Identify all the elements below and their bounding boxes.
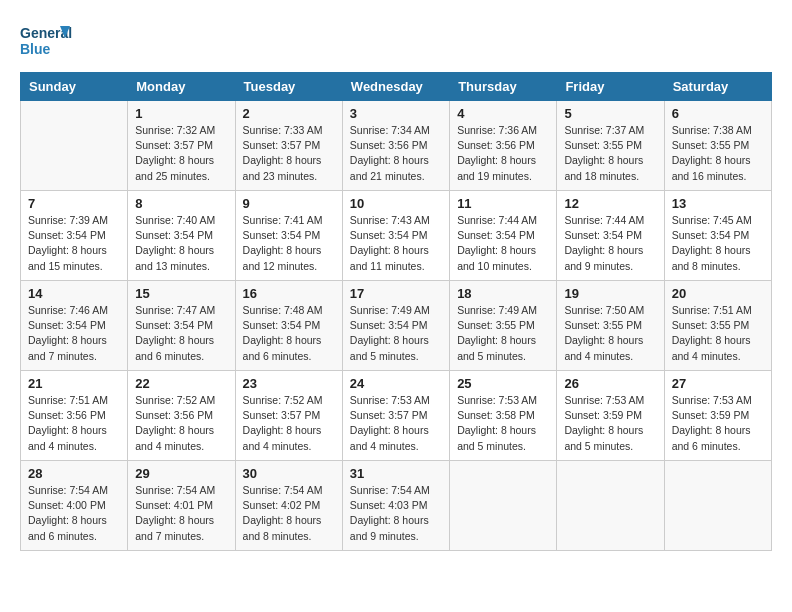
day-number: 8 — [135, 196, 227, 211]
day-info: Sunrise: 7:34 AM Sunset: 3:56 PM Dayligh… — [350, 123, 442, 184]
calendar-cell: 27Sunrise: 7:53 AM Sunset: 3:59 PM Dayli… — [664, 371, 771, 461]
day-number: 5 — [564, 106, 656, 121]
day-number: 6 — [672, 106, 764, 121]
day-info: Sunrise: 7:53 AM Sunset: 3:57 PM Dayligh… — [350, 393, 442, 454]
day-info: Sunrise: 7:53 AM Sunset: 3:58 PM Dayligh… — [457, 393, 549, 454]
calendar-cell: 16Sunrise: 7:48 AM Sunset: 3:54 PM Dayli… — [235, 281, 342, 371]
day-number: 19 — [564, 286, 656, 301]
day-number: 21 — [28, 376, 120, 391]
logo-svg: GeneralBlue — [20, 20, 72, 62]
day-number: 12 — [564, 196, 656, 211]
day-info: Sunrise: 7:38 AM Sunset: 3:55 PM Dayligh… — [672, 123, 764, 184]
day-of-week-header: Friday — [557, 73, 664, 101]
day-info: Sunrise: 7:37 AM Sunset: 3:55 PM Dayligh… — [564, 123, 656, 184]
day-number: 22 — [135, 376, 227, 391]
calendar-cell: 5Sunrise: 7:37 AM Sunset: 3:55 PM Daylig… — [557, 101, 664, 191]
page-header: GeneralBlue — [20, 20, 772, 62]
calendar-cell: 14Sunrise: 7:46 AM Sunset: 3:54 PM Dayli… — [21, 281, 128, 371]
day-number: 9 — [243, 196, 335, 211]
day-info: Sunrise: 7:33 AM Sunset: 3:57 PM Dayligh… — [243, 123, 335, 184]
calendar-cell — [557, 461, 664, 551]
day-info: Sunrise: 7:43 AM Sunset: 3:54 PM Dayligh… — [350, 213, 442, 274]
calendar-cell — [664, 461, 771, 551]
calendar-cell: 9Sunrise: 7:41 AM Sunset: 3:54 PM Daylig… — [235, 191, 342, 281]
day-info: Sunrise: 7:44 AM Sunset: 3:54 PM Dayligh… — [457, 213, 549, 274]
calendar-cell: 4Sunrise: 7:36 AM Sunset: 3:56 PM Daylig… — [450, 101, 557, 191]
calendar-week-row: 7Sunrise: 7:39 AM Sunset: 3:54 PM Daylig… — [21, 191, 772, 281]
day-of-week-header: Monday — [128, 73, 235, 101]
day-of-week-header: Saturday — [664, 73, 771, 101]
day-info: Sunrise: 7:44 AM Sunset: 3:54 PM Dayligh… — [564, 213, 656, 274]
day-number: 14 — [28, 286, 120, 301]
calendar-cell: 17Sunrise: 7:49 AM Sunset: 3:54 PM Dayli… — [342, 281, 449, 371]
day-of-week-header: Sunday — [21, 73, 128, 101]
day-info: Sunrise: 7:50 AM Sunset: 3:55 PM Dayligh… — [564, 303, 656, 364]
calendar-week-row: 1Sunrise: 7:32 AM Sunset: 3:57 PM Daylig… — [21, 101, 772, 191]
day-number: 1 — [135, 106, 227, 121]
calendar-cell: 29Sunrise: 7:54 AM Sunset: 4:01 PM Dayli… — [128, 461, 235, 551]
day-info: Sunrise: 7:54 AM Sunset: 4:00 PM Dayligh… — [28, 483, 120, 544]
calendar-cell: 2Sunrise: 7:33 AM Sunset: 3:57 PM Daylig… — [235, 101, 342, 191]
calendar-cell: 28Sunrise: 7:54 AM Sunset: 4:00 PM Dayli… — [21, 461, 128, 551]
calendar-cell: 21Sunrise: 7:51 AM Sunset: 3:56 PM Dayli… — [21, 371, 128, 461]
day-number: 18 — [457, 286, 549, 301]
day-number: 16 — [243, 286, 335, 301]
day-number: 15 — [135, 286, 227, 301]
day-info: Sunrise: 7:41 AM Sunset: 3:54 PM Dayligh… — [243, 213, 335, 274]
calendar-cell: 11Sunrise: 7:44 AM Sunset: 3:54 PM Dayli… — [450, 191, 557, 281]
calendar-cell: 1Sunrise: 7:32 AM Sunset: 3:57 PM Daylig… — [128, 101, 235, 191]
day-info: Sunrise: 7:54 AM Sunset: 4:01 PM Dayligh… — [135, 483, 227, 544]
calendar-cell: 13Sunrise: 7:45 AM Sunset: 3:54 PM Dayli… — [664, 191, 771, 281]
day-number: 2 — [243, 106, 335, 121]
day-info: Sunrise: 7:53 AM Sunset: 3:59 PM Dayligh… — [672, 393, 764, 454]
day-number: 28 — [28, 466, 120, 481]
day-info: Sunrise: 7:51 AM Sunset: 3:55 PM Dayligh… — [672, 303, 764, 364]
calendar-week-row: 21Sunrise: 7:51 AM Sunset: 3:56 PM Dayli… — [21, 371, 772, 461]
day-number: 30 — [243, 466, 335, 481]
logo: GeneralBlue — [20, 20, 72, 62]
day-number: 24 — [350, 376, 442, 391]
calendar-cell: 7Sunrise: 7:39 AM Sunset: 3:54 PM Daylig… — [21, 191, 128, 281]
day-number: 26 — [564, 376, 656, 391]
day-of-week-header: Thursday — [450, 73, 557, 101]
day-number: 11 — [457, 196, 549, 211]
day-info: Sunrise: 7:32 AM Sunset: 3:57 PM Dayligh… — [135, 123, 227, 184]
day-number: 7 — [28, 196, 120, 211]
day-info: Sunrise: 7:52 AM Sunset: 3:57 PM Dayligh… — [243, 393, 335, 454]
day-number: 20 — [672, 286, 764, 301]
day-number: 23 — [243, 376, 335, 391]
calendar-cell: 10Sunrise: 7:43 AM Sunset: 3:54 PM Dayli… — [342, 191, 449, 281]
day-number: 4 — [457, 106, 549, 121]
day-info: Sunrise: 7:48 AM Sunset: 3:54 PM Dayligh… — [243, 303, 335, 364]
day-number: 17 — [350, 286, 442, 301]
day-of-week-header: Wednesday — [342, 73, 449, 101]
calendar-cell — [450, 461, 557, 551]
day-info: Sunrise: 7:45 AM Sunset: 3:54 PM Dayligh… — [672, 213, 764, 274]
day-info: Sunrise: 7:49 AM Sunset: 3:54 PM Dayligh… — [350, 303, 442, 364]
calendar-cell: 26Sunrise: 7:53 AM Sunset: 3:59 PM Dayli… — [557, 371, 664, 461]
day-number: 27 — [672, 376, 764, 391]
day-info: Sunrise: 7:54 AM Sunset: 4:03 PM Dayligh… — [350, 483, 442, 544]
calendar-cell: 18Sunrise: 7:49 AM Sunset: 3:55 PM Dayli… — [450, 281, 557, 371]
day-info: Sunrise: 7:46 AM Sunset: 3:54 PM Dayligh… — [28, 303, 120, 364]
day-info: Sunrise: 7:36 AM Sunset: 3:56 PM Dayligh… — [457, 123, 549, 184]
calendar-cell: 23Sunrise: 7:52 AM Sunset: 3:57 PM Dayli… — [235, 371, 342, 461]
day-number: 10 — [350, 196, 442, 211]
day-info: Sunrise: 7:47 AM Sunset: 3:54 PM Dayligh… — [135, 303, 227, 364]
day-info: Sunrise: 7:54 AM Sunset: 4:02 PM Dayligh… — [243, 483, 335, 544]
calendar-cell — [21, 101, 128, 191]
day-info: Sunrise: 7:52 AM Sunset: 3:56 PM Dayligh… — [135, 393, 227, 454]
calendar-cell: 24Sunrise: 7:53 AM Sunset: 3:57 PM Dayli… — [342, 371, 449, 461]
day-info: Sunrise: 7:53 AM Sunset: 3:59 PM Dayligh… — [564, 393, 656, 454]
calendar-header-row: SundayMondayTuesdayWednesdayThursdayFrid… — [21, 73, 772, 101]
calendar-cell: 19Sunrise: 7:50 AM Sunset: 3:55 PM Dayli… — [557, 281, 664, 371]
day-info: Sunrise: 7:39 AM Sunset: 3:54 PM Dayligh… — [28, 213, 120, 274]
calendar-week-row: 28Sunrise: 7:54 AM Sunset: 4:00 PM Dayli… — [21, 461, 772, 551]
calendar-cell: 20Sunrise: 7:51 AM Sunset: 3:55 PM Dayli… — [664, 281, 771, 371]
day-info: Sunrise: 7:49 AM Sunset: 3:55 PM Dayligh… — [457, 303, 549, 364]
calendar-cell: 22Sunrise: 7:52 AM Sunset: 3:56 PM Dayli… — [128, 371, 235, 461]
calendar-cell: 6Sunrise: 7:38 AM Sunset: 3:55 PM Daylig… — [664, 101, 771, 191]
day-number: 29 — [135, 466, 227, 481]
calendar-cell: 12Sunrise: 7:44 AM Sunset: 3:54 PM Dayli… — [557, 191, 664, 281]
calendar-table: SundayMondayTuesdayWednesdayThursdayFrid… — [20, 72, 772, 551]
